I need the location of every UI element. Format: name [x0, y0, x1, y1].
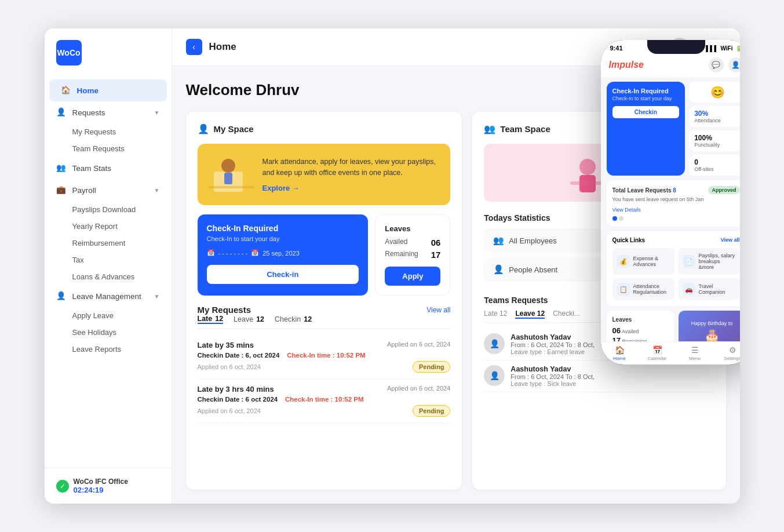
phone-tab-home[interactable]: 🏠 Home	[601, 345, 639, 361]
tab-late[interactable]: Late 12	[198, 315, 224, 324]
phone-checkin-card: Check-In Required Check-In to start your…	[607, 82, 685, 176]
sidebar-footer: ✓ WoCo IFC Office 02:24:19	[45, 468, 172, 504]
sidebar-item-apply-leave[interactable]: Apply Leave	[45, 307, 172, 324]
menu-tab-icon: ☰	[691, 345, 699, 355]
banner-text: Mark attendance, apply for leaves, view …	[262, 156, 440, 178]
sidebar-item-my-requests[interactable]: My Requests	[45, 123, 172, 140]
team-tab-late[interactable]: Late 12	[484, 309, 507, 319]
checkin-date-row: 📅 - - - - - - - - 📅 25 sep, 2023	[207, 249, 359, 257]
sidebar-item-team-requests[interactable]: Team Requests	[45, 140, 172, 157]
team-tab-checkin[interactable]: Checki...	[553, 309, 580, 319]
office-name: WoCo IFC Office	[74, 478, 128, 486]
team-tab-leave[interactable]: Leave 12	[515, 309, 545, 319]
avatar-1: 👤	[484, 333, 505, 354]
req-date-2: Applied on 6 oct, 2024	[387, 385, 450, 393]
app-logo: WoCo	[56, 40, 82, 65]
attendance-icon: 📋	[617, 283, 630, 296]
phone-tab-settings[interactable]: ⚙ Settings	[714, 345, 740, 361]
sidebar-item-payslips[interactable]: Payslips Download	[45, 201, 172, 218]
ql-item-4[interactable]: 🚗 Travel Companion	[678, 278, 740, 300]
ql-view-all[interactable]: View all	[721, 237, 740, 243]
checkin-date-icon: 📅	[207, 249, 215, 257]
app-container: WoCo 🏠 Home 👤 Requests ▼ My Requests Tea…	[45, 28, 740, 504]
avatar-2: 👤	[484, 365, 505, 386]
status-badge-2: Pending	[413, 405, 450, 417]
phone-tab-calendar[interactable]: 📅 Calendar	[639, 345, 676, 361]
request-tabs: Late 12 Leave 12 Checkin 12	[198, 315, 451, 329]
team-space-icon: 👥	[484, 123, 495, 134]
remaining-row: Remaining 17	[385, 250, 440, 260]
phone-quick-links: Quick Links View all 💰 Expense & Advance…	[607, 231, 740, 306]
travel-icon: 🚗	[683, 283, 695, 296]
phone-top-row: Check-In Required Check-In to start your…	[607, 82, 740, 176]
sidebar-item-see-holidays[interactable]: See Holidays	[45, 324, 172, 341]
quick-links-grid: 💰 Expense & Advances 📄 Payslips, salary …	[612, 248, 740, 300]
phone-birthday-card: Happy Birthday to 🎂 Shruti Ahlawat +2 mo…	[679, 311, 740, 344]
phone-app-header: Impulse 💬 👤	[601, 54, 740, 77]
welcome-title: Welcome Dhruv	[186, 81, 300, 99]
sidebar-item-loans[interactable]: Loans & Advances	[45, 268, 172, 285]
availed-row: Availed 06	[385, 238, 440, 247]
ql-item-1[interactable]: 💰 Expense & Advances	[612, 248, 674, 275]
page-title: Home	[209, 41, 236, 53]
smiley-icon: 😊	[690, 82, 739, 103]
tab-leave[interactable]: Leave 12	[234, 315, 264, 324]
phone-time: 9:41	[610, 45, 623, 52]
sidebar-item-reimbursement[interactable]: Reimbursement	[45, 235, 172, 252]
phone-leaves-card: Leaves 06 Availed 17 Remaining Apply	[607, 311, 674, 344]
svg-rect-2	[224, 173, 232, 184]
view-details-link[interactable]: View Details	[612, 207, 641, 213]
all-employees-icon: 👥	[493, 235, 504, 246]
phone-attendance-card: 30% Attendance	[690, 106, 739, 127]
request-item-1: Late by 35 mins Applied on 6 oct, 2024 C…	[198, 335, 451, 379]
phone-profile-icon[interactable]: 👤	[728, 57, 740, 72]
sidebar-item-requests[interactable]: 👤 Requests ▼	[45, 101, 172, 123]
dot-1	[612, 216, 617, 221]
explore-link[interactable]: Explore →	[262, 184, 440, 192]
sidebar: WoCo 🏠 Home 👤 Requests ▼ My Requests Tea…	[45, 28, 172, 504]
expense-icon: 💰	[617, 255, 630, 268]
leaves-card: Leaves Availed 06 Remaining 17 Apply	[375, 214, 450, 296]
apply-leaves-button[interactable]: Apply	[385, 267, 440, 286]
ql-item-3[interactable]: 📋 Attendance Regularisation	[612, 278, 674, 300]
team-stats-icon: 👥	[56, 163, 67, 173]
calendar-icon: 📅	[251, 249, 259, 257]
leave-mgmt-icon: 👤	[56, 291, 67, 301]
office-time: 02:24:19	[74, 486, 128, 494]
sidebar-item-leave-reports[interactable]: Leave Reports	[45, 341, 172, 358]
sidebar-item-yearly-report[interactable]: Yearly Report	[45, 218, 172, 235]
checkin-button[interactable]: Check-in	[207, 265, 359, 284]
svg-point-5	[579, 159, 596, 175]
req-title-2: Late by 3 hrs 40 mins	[198, 385, 274, 393]
svg-point-1	[221, 159, 235, 173]
requests-header: My Requests View all	[198, 305, 451, 315]
checkin-subtitle: Check-In to start your day	[207, 235, 359, 242]
svg-rect-3	[208, 186, 254, 188]
ql-item-2[interactable]: 📄 Payslips, salary breakups &more	[678, 248, 740, 275]
sidebar-logo: WoCo	[45, 28, 172, 75]
approved-badge: Approved	[708, 186, 739, 194]
phone-chat-icon[interactable]: 💬	[709, 57, 724, 72]
absent-icon: 👤	[493, 264, 504, 275]
phone-tab-menu[interactable]: ☰ Menu	[676, 345, 714, 361]
view-all-link[interactable]: View all	[426, 306, 450, 314]
home-icon: 🏠	[61, 85, 71, 96]
tab-checkin[interactable]: Checkin 12	[275, 315, 312, 324]
back-button[interactable]: ‹	[186, 39, 202, 55]
sidebar-item-home[interactable]: 🏠 Home	[49, 79, 167, 101]
my-space-header: 👤 My Space	[198, 123, 451, 134]
phone-leaves-section: Leaves 06 Availed 17 Remaining Apply	[607, 311, 740, 344]
checkin-title: Check-In Required	[207, 224, 359, 233]
sidebar-item-payroll[interactable]: 💼 Payroll ▼	[45, 179, 172, 201]
my-requests-section: My Requests View all Late 12 Leave 12	[198, 305, 451, 423]
req-title-1: Late by 35 mins	[198, 341, 254, 349]
left-panel: 👤 My Space	[186, 112, 462, 490]
checkin-date: 25 sep, 2023	[262, 250, 300, 257]
phone-tab-bar: 🏠 Home 📅 Calendar ☰ Menu ⚙ Settings	[601, 341, 740, 365]
request-item-2: Late by 3 hrs 40 mins Applied on 6 oct, …	[198, 379, 451, 423]
sidebar-item-team-stats[interactable]: 👥 Team Stats	[45, 157, 172, 179]
sidebar-item-leave-mgmt[interactable]: 👤 Leave Management ▼	[45, 285, 172, 307]
sidebar-item-tax[interactable]: Tax	[45, 252, 172, 268]
phone-checkin-button[interactable]: Checkin	[612, 106, 680, 118]
banner-illustration	[208, 154, 254, 195]
